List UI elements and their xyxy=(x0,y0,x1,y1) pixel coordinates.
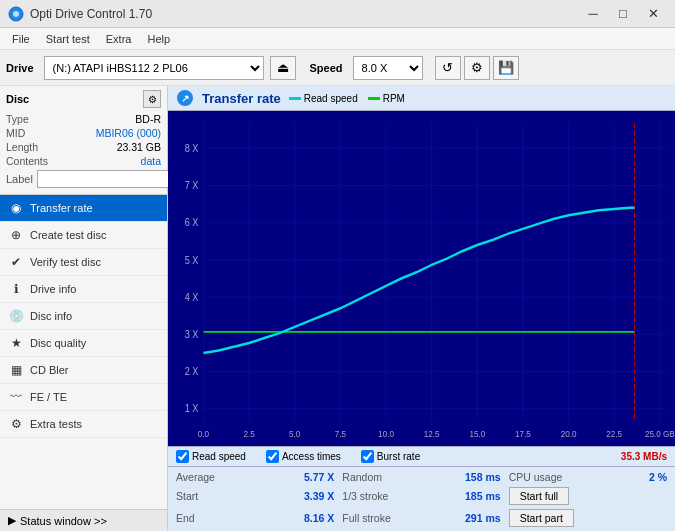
maximize-button[interactable]: □ xyxy=(609,3,637,25)
disc-panel-header: Disc ⚙ xyxy=(6,90,161,108)
svg-text:10.0: 10.0 xyxy=(378,429,394,440)
start-part-button[interactable]: Start part xyxy=(509,509,574,527)
svg-text:3 X: 3 X xyxy=(185,328,199,340)
menu-file[interactable]: File xyxy=(4,31,38,47)
menu-start-test[interactable]: Start test xyxy=(38,31,98,47)
legend-rpm-label: RPM xyxy=(383,93,405,104)
nav-disc-info[interactable]: 💿 Disc info xyxy=(0,303,167,330)
refresh-button[interactable]: ↺ xyxy=(435,56,461,80)
save-icon: 💾 xyxy=(498,60,514,75)
disc-length-row: Length 23.31 GB xyxy=(6,140,161,154)
access-times-checkbox[interactable] xyxy=(266,450,279,463)
sidebar: Disc ⚙ Type BD-R MID MBIR06 (000) Length… xyxy=(0,86,168,531)
svg-text:0.0: 0.0 xyxy=(198,429,209,440)
stat-cpu: CPU usage 2 % xyxy=(505,469,671,485)
svg-text:22.5: 22.5 xyxy=(606,429,622,440)
nav-transfer-rate[interactable]: ◉ Transfer rate xyxy=(0,195,167,222)
nav-disc-quality[interactable]: ★ Disc quality xyxy=(0,330,167,357)
read-speed-checkbox-item: Read speed xyxy=(176,450,246,463)
disc-contents-row: Contents data xyxy=(6,154,161,168)
chart-area: 8 X 7 X 6 X 5 X 4 X 3 X 2 X 1 X 0.0 2.5 … xyxy=(168,111,675,446)
nav-verify-test-disc[interactable]: ✔ Verify test disc xyxy=(0,249,167,276)
stat-end: End 8.16 X xyxy=(172,507,338,529)
stat-start-value: 3.39 X xyxy=(304,490,334,502)
nav-drive-info[interactable]: ℹ Drive info xyxy=(0,276,167,303)
eject-button[interactable]: ⏏ xyxy=(270,56,296,80)
disc-type-value: BD-R xyxy=(135,113,161,125)
nav-fe-te[interactable]: 〰 FE / TE xyxy=(0,384,167,411)
svg-text:6 X: 6 X xyxy=(185,217,199,229)
drive-info-icon: ℹ xyxy=(8,281,24,297)
settings-button[interactable]: ⚙ xyxy=(464,56,490,80)
read-speed-checkbox-label: Read speed xyxy=(192,451,246,462)
menu-help[interactable]: Help xyxy=(139,31,178,47)
chart-legend: Read speed RPM xyxy=(289,93,405,104)
eject-icon: ⏏ xyxy=(277,60,289,75)
disc-label-input[interactable] xyxy=(37,170,170,188)
stat-start-label: Start xyxy=(176,490,198,502)
stat-start-part-cell: Start part xyxy=(505,507,671,529)
legend-read-speed: Read speed xyxy=(289,93,358,104)
read-speed-checkbox[interactable] xyxy=(176,450,189,463)
close-button[interactable]: ✕ xyxy=(639,3,667,25)
legend-read-speed-label: Read speed xyxy=(304,93,358,104)
chart-icon: ↗ xyxy=(176,89,194,107)
nav-create-test-disc-label: Create test disc xyxy=(30,229,106,241)
verify-test-disc-icon: ✔ xyxy=(8,254,24,270)
main-layout: Disc ⚙ Type BD-R MID MBIR06 (000) Length… xyxy=(0,86,675,531)
content-area: ↗ Transfer rate Read speed RPM xyxy=(168,86,675,531)
svg-text:↗: ↗ xyxy=(181,93,189,104)
stat-full-stroke: Full stroke 291 ms xyxy=(338,507,504,529)
chart-title: Transfer rate xyxy=(202,91,281,106)
start-full-button[interactable]: Start full xyxy=(509,487,570,505)
svg-point-1 xyxy=(13,11,19,17)
stat-stroke13-label: 1/3 stroke xyxy=(342,490,388,502)
stat-start: Start 3.39 X xyxy=(172,485,338,507)
stat-end-value: 8.16 X xyxy=(304,512,334,524)
svg-text:2 X: 2 X xyxy=(185,365,199,377)
nav-extra-tests[interactable]: ⚙ Extra tests xyxy=(0,411,167,438)
disc-mid-label: MID xyxy=(6,127,25,139)
disc-label-row: Label ⚙ xyxy=(6,168,161,190)
status-window-label: Status window >> xyxy=(20,515,107,527)
nav-transfer-rate-label: Transfer rate xyxy=(30,202,93,214)
stat-full-stroke-value: 291 ms xyxy=(465,512,501,524)
legend-cyan-dot xyxy=(289,97,301,100)
svg-text:8 X: 8 X xyxy=(185,142,199,154)
nav-fe-te-label: FE / TE xyxy=(30,391,67,403)
stat-random-value: 158 ms xyxy=(465,471,501,483)
svg-text:17.5: 17.5 xyxy=(515,429,531,440)
refresh-icon: ↺ xyxy=(442,60,453,75)
nav-cd-bler[interactable]: ▦ CD Bler xyxy=(0,357,167,384)
transfer-rate-icon: ◉ xyxy=(8,200,24,216)
speed-select[interactable]: 8.0 X xyxy=(353,56,423,80)
stat-average-label: Average xyxy=(176,471,215,483)
stat-average-value: 5.77 X xyxy=(304,471,334,483)
save-button[interactable]: 💾 xyxy=(493,56,519,80)
disc-settings-button[interactable]: ⚙ xyxy=(143,90,161,108)
svg-text:5.0: 5.0 xyxy=(289,429,300,440)
nav-disc-quality-label: Disc quality xyxy=(30,337,86,349)
disc-quality-icon: ★ xyxy=(8,335,24,351)
menu-extra[interactable]: Extra xyxy=(98,31,140,47)
disc-type-row: Type BD-R xyxy=(6,112,161,126)
toolbar: Drive (N:) ATAPI iHBS112 2 PL06 ⏏ Speed … xyxy=(0,50,675,86)
disc-panel: Disc ⚙ Type BD-R MID MBIR06 (000) Length… xyxy=(0,86,167,195)
disc-mid-row: MID MBIR06 (000) xyxy=(6,126,161,140)
minimize-button[interactable]: ─ xyxy=(579,3,607,25)
svg-text:15.0: 15.0 xyxy=(469,429,485,440)
nav-create-test-disc[interactable]: ⊕ Create test disc xyxy=(0,222,167,249)
settings-icon: ⚙ xyxy=(471,60,483,75)
nav-drive-info-label: Drive info xyxy=(30,283,76,295)
stat-random: Random 158 ms xyxy=(338,469,504,485)
stat-cpu-value: 2 % xyxy=(649,471,667,483)
drive-select[interactable]: (N:) ATAPI iHBS112 2 PL06 xyxy=(44,56,264,80)
disc-info-icon: 💿 xyxy=(8,308,24,324)
chart-controls: Read speed Access times Burst rate 35.3 … xyxy=(168,446,675,466)
status-window-bar[interactable]: ▶ Status window >> xyxy=(0,509,167,531)
burst-rate-checkbox[interactable] xyxy=(361,450,374,463)
svg-text:25.0 GB: 25.0 GB xyxy=(645,429,675,440)
disc-length-value: 23.31 GB xyxy=(117,141,161,153)
svg-text:2.5: 2.5 xyxy=(243,429,254,440)
chart-svg: 8 X 7 X 6 X 5 X 4 X 3 X 2 X 1 X 0.0 2.5 … xyxy=(168,111,675,446)
